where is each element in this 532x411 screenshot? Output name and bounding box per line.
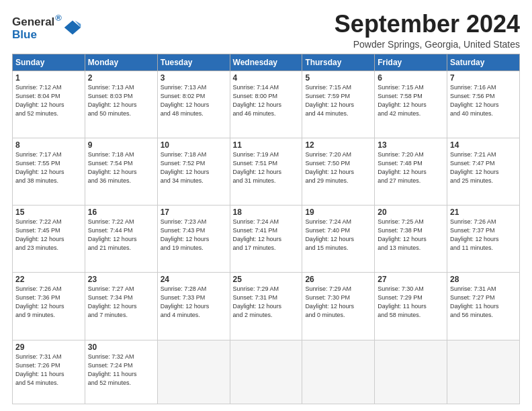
week-row: 15Sunrise: 7:22 AMSunset: 7:45 PMDayligh… [13,205,520,273]
col-friday: Friday [375,54,447,71]
calendar-day: 16Sunrise: 7:22 AMSunset: 7:44 PMDayligh… [85,205,157,273]
calendar-day: 17Sunrise: 7:23 AMSunset: 7:43 PMDayligh… [157,205,230,273]
day-info: Sunrise: 7:15 AMSunset: 7:58 PMDaylight:… [378,83,444,118]
day-number: 11 [233,140,300,150]
day-info: Sunrise: 7:12 AMSunset: 8:04 PMDaylight:… [15,83,82,118]
calendar-day [230,340,302,404]
col-tuesday: Tuesday [157,54,230,71]
col-wednesday: Wednesday [230,54,302,71]
calendar-day: 7Sunrise: 7:16 AMSunset: 7:56 PMDaylight… [447,71,520,138]
day-info: Sunrise: 7:28 AMSunset: 7:33 PMDaylight:… [161,285,227,320]
calendar-day: 26Sunrise: 7:29 AMSunset: 7:30 PMDayligh… [302,273,375,340]
calendar-day: 4Sunrise: 7:14 AMSunset: 8:00 PMDaylight… [230,71,302,138]
day-number: 29 [15,342,82,352]
day-info: Sunrise: 7:26 AMSunset: 7:37 PMDaylight:… [450,218,517,253]
day-info: Sunrise: 7:32 AMSunset: 7:24 PMDaylight:… [88,353,154,387]
calendar-day: 10Sunrise: 7:18 AMSunset: 7:52 PMDayligh… [157,138,230,205]
day-info: Sunrise: 7:19 AMSunset: 7:51 PMDaylight:… [233,150,300,185]
day-number: 17 [161,208,227,217]
calendar-day: 5Sunrise: 7:15 AMSunset: 7:59 PMDaylight… [302,71,375,138]
day-number: 8 [15,140,82,150]
day-number: 15 [15,208,82,217]
day-number: 19 [305,208,371,217]
day-number: 13 [378,140,444,150]
day-number: 5 [305,73,371,83]
day-number: 3 [161,73,227,83]
day-info: Sunrise: 7:29 AMSunset: 7:30 PMDaylight:… [305,285,371,320]
day-info: Sunrise: 7:31 AMSunset: 7:26 PMDaylight:… [15,353,82,387]
day-number: 21 [450,208,517,217]
calendar-day: 13Sunrise: 7:20 AMSunset: 7:48 PMDayligh… [375,138,447,205]
location: Powder Springs, Georgia, United States [335,39,520,50]
logo-registered: ® [55,13,62,23]
logo-icon [63,18,82,37]
day-number: 9 [88,140,154,150]
calendar-day: 27Sunrise: 7:30 AMSunset: 7:29 PMDayligh… [375,273,447,340]
calendar-day: 8Sunrise: 7:17 AMSunset: 7:55 PMDaylight… [13,138,85,205]
calendar-day [375,340,447,404]
day-number: 18 [233,208,300,217]
week-row: 8Sunrise: 7:17 AMSunset: 7:55 PMDaylight… [13,138,520,205]
day-number: 26 [305,275,371,284]
day-info: Sunrise: 7:25 AMSunset: 7:38 PMDaylight:… [378,218,444,253]
col-monday: Monday [85,54,157,71]
calendar-day: 25Sunrise: 7:29 AMSunset: 7:31 PMDayligh… [230,273,302,340]
calendar: Sunday Monday Tuesday Wednesday Thursday… [12,54,520,404]
calendar-day: 2Sunrise: 7:13 AMSunset: 8:03 PMDaylight… [85,71,157,138]
day-info: Sunrise: 7:31 AMSunset: 7:27 PMDaylight:… [450,285,517,320]
day-info: Sunrise: 7:21 AMSunset: 7:47 PMDaylight:… [450,150,517,185]
day-number: 28 [450,275,517,284]
calendar-day: 6Sunrise: 7:15 AMSunset: 7:58 PMDaylight… [375,71,447,138]
logo: General® Blue [12,13,82,42]
day-number: 27 [378,275,444,284]
day-number: 2 [88,73,154,83]
page: General® Blue September 2024 Powder Spri… [0,0,532,411]
day-info: Sunrise: 7:20 AMSunset: 7:50 PMDaylight:… [305,150,371,185]
day-info: Sunrise: 7:26 AMSunset: 7:36 PMDaylight:… [15,285,82,320]
day-info: Sunrise: 7:18 AMSunset: 7:54 PMDaylight:… [88,150,154,185]
calendar-day [157,340,230,404]
week-row: 22Sunrise: 7:26 AMSunset: 7:36 PMDayligh… [13,273,520,340]
day-info: Sunrise: 7:30 AMSunset: 7:29 PMDaylight:… [378,285,444,320]
calendar-day: 12Sunrise: 7:20 AMSunset: 7:50 PMDayligh… [302,138,375,205]
calendar-day: 29Sunrise: 7:31 AMSunset: 7:26 PMDayligh… [13,340,85,404]
calendar-day: 24Sunrise: 7:28 AMSunset: 7:33 PMDayligh… [157,273,230,340]
calendar-day [447,340,520,404]
calendar-day: 9Sunrise: 7:18 AMSunset: 7:54 PMDaylight… [85,138,157,205]
header: General® Blue September 2024 Powder Spri… [12,11,520,50]
day-info: Sunrise: 7:23 AMSunset: 7:43 PMDaylight:… [161,218,227,253]
day-number: 24 [161,275,227,284]
day-number: 10 [161,140,227,150]
calendar-day: 15Sunrise: 7:22 AMSunset: 7:45 PMDayligh… [13,205,85,273]
day-number: 7 [450,73,517,83]
day-info: Sunrise: 7:18 AMSunset: 7:52 PMDaylight:… [161,150,227,185]
calendar-day: 18Sunrise: 7:24 AMSunset: 7:41 PMDayligh… [230,205,302,273]
calendar-day: 21Sunrise: 7:26 AMSunset: 7:37 PMDayligh… [447,205,520,273]
calendar-day: 20Sunrise: 7:25 AMSunset: 7:38 PMDayligh… [375,205,447,273]
day-info: Sunrise: 7:13 AMSunset: 8:03 PMDaylight:… [88,83,154,118]
day-number: 14 [450,140,517,150]
col-saturday: Saturday [447,54,520,71]
day-number: 1 [15,73,82,83]
calendar-day: 19Sunrise: 7:24 AMSunset: 7:40 PMDayligh… [302,205,375,273]
day-info: Sunrise: 7:22 AMSunset: 7:44 PMDaylight:… [88,218,154,253]
col-thursday: Thursday [302,54,375,71]
day-info: Sunrise: 7:15 AMSunset: 7:59 PMDaylight:… [305,83,371,118]
day-number: 16 [88,208,154,217]
day-info: Sunrise: 7:14 AMSunset: 8:00 PMDaylight:… [233,83,300,118]
col-sunday: Sunday [13,54,85,71]
month-title: September 2024 [335,11,520,38]
day-number: 22 [15,275,82,284]
calendar-day: 28Sunrise: 7:31 AMSunset: 7:27 PMDayligh… [447,273,520,340]
calendar-day [302,340,375,404]
title-block: September 2024 Powder Springs, Georgia, … [335,11,520,50]
day-info: Sunrise: 7:27 AMSunset: 7:34 PMDaylight:… [88,285,154,320]
day-number: 4 [233,73,300,83]
day-number: 23 [88,275,154,284]
day-number: 12 [305,140,371,150]
day-info: Sunrise: 7:20 AMSunset: 7:48 PMDaylight:… [378,150,444,185]
day-info: Sunrise: 7:22 AMSunset: 7:45 PMDaylight:… [15,218,82,253]
calendar-day: 1Sunrise: 7:12 AMSunset: 8:04 PMDaylight… [13,71,85,138]
week-row: 1Sunrise: 7:12 AMSunset: 8:04 PMDaylight… [13,71,520,138]
calendar-day: 30Sunrise: 7:32 AMSunset: 7:24 PMDayligh… [85,340,157,404]
